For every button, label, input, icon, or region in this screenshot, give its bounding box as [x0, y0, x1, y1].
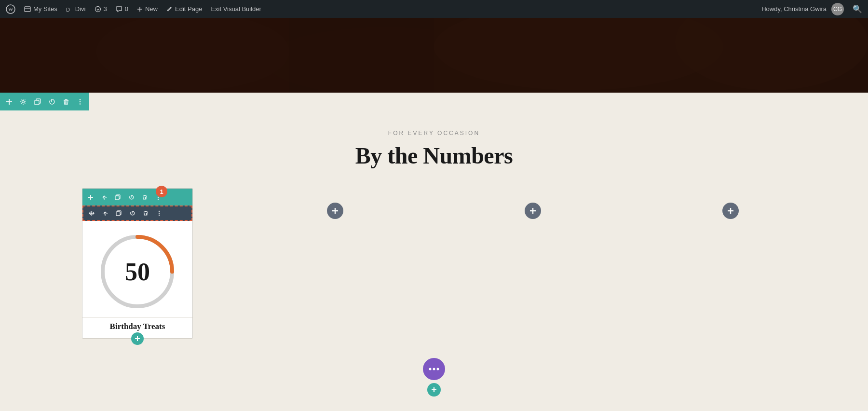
section-more-icon[interactable]: [75, 96, 86, 107]
module-trash-icon[interactable]: [139, 192, 150, 203]
green-plus-button[interactable]: [427, 383, 441, 397]
section-trash-icon[interactable]: [61, 96, 71, 107]
wp-logo[interactable]: W: [6, 4, 15, 14]
svg-rect-13: [35, 100, 39, 105]
comments-link[interactable]: 0: [116, 5, 128, 13]
svg-rect-7: [434, 18, 820, 93]
svg-point-10: [265, 27, 506, 93]
user-avatar: CG: [831, 3, 844, 15]
admin-bar: W My Sites D Divi 3 0 New Edit Page Exit…: [0, 0, 868, 18]
svg-point-8: [96, 18, 289, 90]
edit-page-link[interactable]: Edit Page: [166, 5, 202, 13]
section-power-icon[interactable]: [47, 96, 57, 107]
svg-rect-23: [116, 212, 120, 216]
svg-rect-18: [115, 196, 119, 200]
section-toolbar: [0, 93, 89, 110]
add-column-button-2[interactable]: [327, 203, 343, 219]
column-1: 1: [39, 188, 236, 339]
svg-text:W: W: [8, 6, 14, 12]
sub-heading: FOR EVERY OCCASION: [0, 130, 868, 137]
svg-point-11: [675, 18, 868, 90]
column-3: [434, 188, 632, 219]
svg-point-16: [80, 103, 81, 105]
my-sites-link[interactable]: My Sites: [24, 5, 57, 13]
svg-rect-6: [0, 18, 289, 93]
divi-link[interactable]: D Divi: [66, 5, 86, 13]
module-settings-icon[interactable]: [99, 192, 109, 203]
svg-point-29: [429, 368, 432, 370]
user-greeting: Howdy, Christina Gwira: [761, 5, 827, 13]
svg-point-26: [159, 215, 160, 216]
svg-rect-2: [25, 7, 30, 12]
svg-point-30: [433, 368, 435, 370]
inner-more-icon[interactable]: [154, 208, 164, 219]
section-add-icon[interactable]: [4, 96, 14, 107]
add-module-button[interactable]: [131, 332, 144, 345]
add-column-button-3[interactable]: [525, 203, 541, 219]
main-heading: By the Numbers: [0, 142, 868, 169]
svg-point-25: [159, 213, 160, 214]
svg-point-31: [437, 368, 439, 370]
module-add-icon[interactable]: [85, 192, 96, 203]
svg-point-12: [22, 100, 25, 103]
column-2: [236, 188, 434, 219]
exit-builder-link[interactable]: Exit Visual Builder: [211, 5, 261, 13]
inner-power-icon[interactable]: [127, 208, 137, 219]
module-outer-toolbar: 1: [82, 189, 192, 206]
hero-image: [0, 18, 868, 93]
section-clone-icon[interactable]: [32, 96, 43, 107]
bottom-area: [0, 358, 868, 397]
svg-point-17: [103, 196, 105, 198]
module-inner-toolbar: [82, 206, 192, 221]
inner-clone-icon[interactable]: [113, 208, 124, 219]
inner-settings-icon[interactable]: [100, 208, 110, 219]
inner-trash-icon[interactable]: [140, 208, 151, 219]
svg-point-14: [80, 99, 81, 100]
purple-dots-button[interactable]: [423, 358, 445, 380]
module-clone-icon[interactable]: [112, 192, 123, 203]
svg-point-9: [434, 18, 723, 90]
svg-rect-5: [0, 18, 868, 93]
svg-text:D: D: [66, 7, 70, 13]
add-column-button-4[interactable]: [722, 203, 739, 219]
inner-move-icon[interactable]: [86, 208, 97, 219]
svg-point-4: [95, 6, 100, 12]
svg-point-21: [158, 198, 159, 199]
row-area: 1: [0, 188, 868, 339]
section-heading: FOR EVERY OCCASION By the Numbers: [0, 130, 868, 169]
search-icon[interactable]: 🔍: [853, 4, 862, 14]
circle-number: 50: [125, 258, 150, 286]
updates-link[interactable]: 3: [95, 5, 107, 13]
svg-point-24: [159, 211, 160, 212]
module-power-icon[interactable]: [126, 192, 136, 203]
admin-right: Howdy, Christina Gwira CG 🔍: [761, 3, 862, 15]
circle-chart: 50: [82, 221, 192, 317]
main-content: FOR EVERY OCCASION By the Numbers: [0, 110, 868, 411]
section-settings-icon[interactable]: [18, 96, 29, 107]
svg-point-15: [80, 101, 81, 102]
new-link[interactable]: New: [137, 5, 158, 13]
module-card-1: 1: [82, 188, 193, 339]
column-4: [632, 188, 829, 219]
number-badge: 1: [156, 186, 167, 197]
svg-point-22: [104, 212, 106, 214]
